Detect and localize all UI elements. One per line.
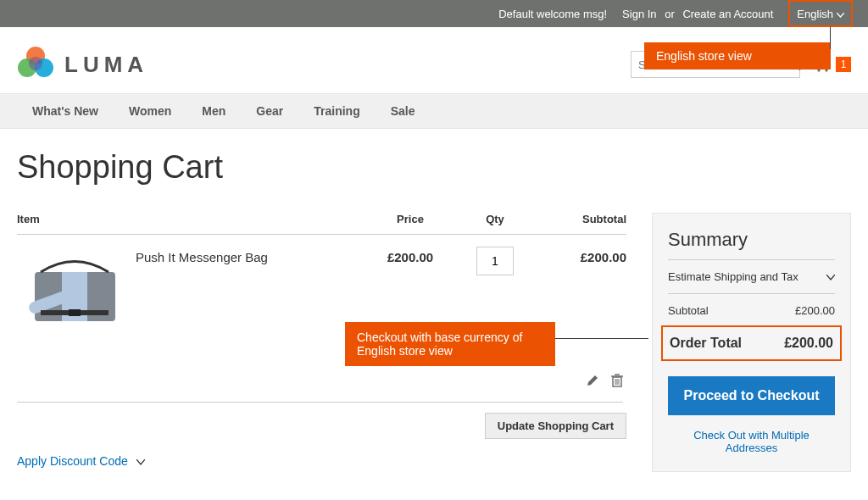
nav-item-gear[interactable]: Gear (241, 94, 298, 128)
nav-item-training[interactable]: Training (298, 94, 375, 128)
language-label: English (797, 8, 833, 20)
chevron-down-icon (837, 8, 844, 20)
cart-count-badge: 1 (836, 57, 851, 72)
qty-input[interactable] (476, 247, 514, 275)
col-header-price: Price (364, 213, 457, 225)
estimate-shipping-toggle[interactable]: Estimate Shipping and Tax (668, 260, 835, 294)
product-name[interactable]: Push It Messenger Bag (136, 247, 364, 340)
annotation-currency: Checkout with base currency of English s… (345, 322, 555, 366)
auth-links: Sign In or Create an Account (622, 8, 773, 20)
subtotal-label: Subtotal (668, 304, 709, 317)
trash-icon[interactable] (611, 374, 623, 390)
chevron-down-icon (826, 270, 835, 283)
nav-item-sale[interactable]: Sale (376, 94, 431, 128)
or-text: or (665, 8, 675, 20)
summary-panel: Summary Estimate Shipping and Tax Subtot… (652, 213, 851, 472)
page-title: Shopping Cart (0, 129, 868, 194)
col-header-item: Item (17, 213, 364, 225)
sign-in-link[interactable]: Sign In (622, 8, 656, 20)
language-switcher[interactable]: English (788, 0, 853, 27)
col-header-qty: Qty (457, 213, 533, 225)
proceed-checkout-button[interactable]: Proceed to Checkout (668, 376, 835, 415)
col-header-subtotal: Subtotal (533, 213, 626, 225)
top-bar: Default welcome msg! Sign In or Create a… (0, 0, 868, 27)
multi-address-link[interactable]: Check Out with Multiple Addresses (668, 429, 835, 454)
total-value: £200.00 (784, 336, 833, 351)
svg-rect-12 (69, 309, 81, 316)
annotation-line (555, 338, 648, 339)
annotation-store-view: English store view (644, 42, 831, 69)
svg-point-3 (29, 57, 42, 70)
total-label: Order Total (670, 336, 742, 351)
discount-label: Apply Discount Code (17, 454, 128, 468)
order-total-row: Order Total £200.00 (661, 325, 842, 361)
main-nav: What's NewWomenMenGearTrainingSale (0, 93, 868, 129)
logo-icon (17, 46, 54, 83)
nav-item-men[interactable]: Men (186, 94, 241, 128)
annotation-line (830, 27, 831, 49)
nav-item-women[interactable]: Women (114, 94, 186, 128)
welcome-msg: Default welcome msg! (498, 8, 607, 20)
nav-item-what-s-new[interactable]: What's New (17, 94, 114, 128)
subtotal-value: £200.00 (795, 304, 835, 317)
chevron-down-icon (136, 454, 145, 468)
logo-text: LUMA (64, 52, 148, 78)
product-image[interactable] (17, 247, 136, 340)
apply-discount-toggle[interactable]: Apply Discount Code (17, 454, 626, 468)
create-account-link[interactable]: Create an Account (682, 8, 773, 20)
update-cart-button[interactable]: Update Shopping Cart (485, 413, 626, 439)
summary-title: Summary (668, 229, 835, 260)
logo[interactable]: LUMA (17, 46, 148, 83)
item-actions (17, 374, 623, 403)
edit-icon[interactable] (586, 374, 599, 390)
estimate-label: Estimate Shipping and Tax (668, 270, 798, 283)
